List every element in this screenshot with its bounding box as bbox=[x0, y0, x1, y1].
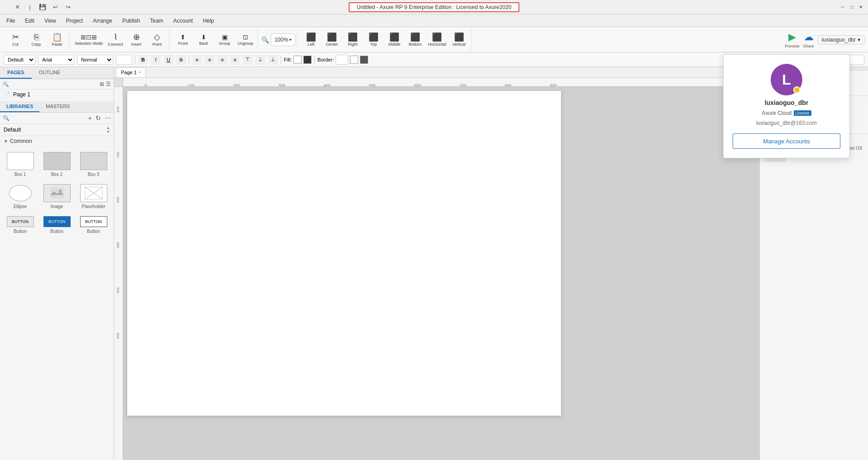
back-button[interactable]: ⬇ Back bbox=[194, 29, 214, 51]
account-button[interactable]: luxiaoguo_dbr ▾ bbox=[818, 35, 864, 44]
font-style-select[interactable]: Normal bbox=[77, 55, 113, 65]
widget-ellipse[interactable]: Ellipse bbox=[4, 182, 37, 211]
copy-button[interactable]: ⎘ Copy bbox=[26, 29, 46, 51]
fill-color-box[interactable] bbox=[293, 56, 302, 64]
share-button[interactable]: ☁ Share bbox=[803, 31, 814, 48]
font-size-input[interactable]: 13 bbox=[116, 55, 132, 65]
page-1-tab[interactable]: Page 1 × bbox=[116, 67, 146, 77]
align-text-left-button[interactable]: ≡ bbox=[192, 55, 202, 65]
widget-placeholder[interactable]: Placeholder bbox=[77, 182, 110, 211]
italic-button[interactable]: I bbox=[151, 55, 161, 65]
menu-help[interactable]: Help bbox=[198, 16, 219, 25]
widget-box2[interactable]: Box 2 bbox=[40, 150, 73, 179]
align-middle-button[interactable]: ⬛ Middle bbox=[384, 29, 404, 51]
maximize-button[interactable]: □ bbox=[848, 4, 855, 11]
bold-button[interactable]: B bbox=[138, 55, 148, 65]
vertical-ruler: 100 200 300 400 500 600 bbox=[114, 87, 123, 460]
point-button[interactable]: ◇ Point bbox=[147, 29, 167, 51]
group-label: Group bbox=[219, 41, 230, 46]
lib-arrows[interactable]: ▲ ▼ bbox=[106, 126, 110, 134]
connect-button[interactable]: ⌇ Connect bbox=[106, 29, 125, 51]
align-right-icon: ⬛ bbox=[348, 33, 358, 41]
align-top-button[interactable]: ⬛ Top bbox=[364, 29, 384, 51]
widget-btn-blue[interactable]: BUTTON Button bbox=[40, 214, 73, 236]
border-width-input[interactable]: 1 bbox=[336, 55, 348, 65]
menu-file[interactable]: File bbox=[2, 16, 19, 25]
align-left-button[interactable]: ⬛ Left bbox=[301, 29, 321, 51]
valign-middle-button[interactable]: ⊥ bbox=[255, 55, 265, 65]
underline-button[interactable]: U bbox=[163, 55, 173, 65]
insert-label: Insert bbox=[131, 42, 142, 47]
align-text-right-button[interactable]: ≡ bbox=[217, 55, 227, 65]
common-section-label[interactable]: ▼ Common bbox=[0, 136, 114, 147]
box2-preview bbox=[43, 152, 71, 170]
preview-button[interactable]: ▶ Preview bbox=[785, 31, 800, 48]
group-button[interactable]: ▣ Group bbox=[215, 29, 235, 51]
distribute-h-label: Horizontal bbox=[428, 42, 446, 47]
menu-view[interactable]: View bbox=[40, 16, 61, 25]
btn-gray-preview: BUTTON bbox=[7, 216, 34, 227]
widget-btn-outline[interactable]: BUTTON Button bbox=[77, 214, 110, 236]
front-button[interactable]: ⬆ Front bbox=[173, 29, 193, 51]
fill-color-box2[interactable] bbox=[303, 56, 312, 64]
redo-icon[interactable]: ↪ bbox=[63, 3, 72, 12]
page-view-icon[interactable]: ☰ bbox=[106, 81, 111, 87]
paste-button[interactable]: 📋 Paste bbox=[47, 29, 67, 51]
horizontal-ruler: 0 100 200 300 400 500 600 700 800 900 bbox=[123, 78, 759, 87]
menu-account[interactable]: Account bbox=[169, 16, 197, 25]
zoom-input[interactable]: 100% ▾ bbox=[271, 33, 295, 46]
save-icon[interactable]: 💾 bbox=[38, 3, 47, 12]
lib-toolbar: 🔍 + ↻ ⋯ bbox=[0, 113, 114, 124]
lib-more-icon[interactable]: ⋯ bbox=[105, 114, 111, 122]
border-color-box2[interactable] bbox=[360, 56, 368, 64]
canvas-page[interactable] bbox=[127, 90, 561, 416]
align-text-center-button[interactable]: ≡ bbox=[205, 55, 215, 65]
strikethrough-button[interactable]: S bbox=[176, 55, 186, 65]
lib-add-icon[interactable]: + bbox=[88, 114, 92, 122]
menu-publish[interactable]: Publish bbox=[118, 16, 144, 25]
tab-outline[interactable]: OUTLINE bbox=[32, 67, 68, 79]
ungroup-label: Ungroup bbox=[238, 41, 254, 46]
ungroup-button[interactable]: ⊡ Ungroup bbox=[235, 29, 255, 51]
valign-top-button[interactable]: ⊤ bbox=[243, 55, 253, 65]
align-text-justify-button[interactable]: ≡ bbox=[230, 55, 240, 65]
widget-box1[interactable]: Box 1 bbox=[4, 150, 37, 179]
menu-team[interactable]: Team bbox=[145, 16, 168, 25]
align-right-button[interactable]: ⬛ Right bbox=[343, 29, 363, 51]
manage-accounts-button[interactable]: Manage Accounts bbox=[733, 133, 840, 149]
menu-project[interactable]: Project bbox=[62, 16, 87, 25]
canvas-background[interactable] bbox=[123, 87, 759, 460]
widget-btn-gray[interactable]: BUTTON Button bbox=[4, 214, 37, 236]
page-1-close-icon[interactable]: × bbox=[139, 70, 141, 75]
insert-button[interactable]: ⊕ Insert bbox=[126, 29, 146, 51]
add-page-icon[interactable]: ⊞ bbox=[100, 81, 104, 87]
connect-icon: ⌇ bbox=[114, 33, 118, 41]
selection-group: ⊞⊡⊞ Selection Mode ⌇ Connect ⊕ Insert ◇ … bbox=[71, 29, 169, 51]
tab-libraries[interactable]: LIBRARIES bbox=[0, 101, 39, 112]
border-color-box[interactable] bbox=[350, 56, 358, 64]
tab-pages[interactable]: PAGES bbox=[0, 67, 32, 79]
tab-masters[interactable]: MASTERS bbox=[39, 101, 76, 112]
font-family-select[interactable]: Arial bbox=[38, 55, 74, 65]
distribute-v-button[interactable]: ⬛ Vertical bbox=[449, 29, 469, 51]
btn-gray-label: Button bbox=[14, 229, 27, 234]
minimize-button[interactable]: ─ bbox=[839, 4, 846, 11]
align-center-button[interactable]: ⬛ Center bbox=[322, 29, 342, 51]
menu-arrange[interactable]: Arrange bbox=[88, 16, 117, 25]
page-1-item[interactable]: 📄 Page 1 bbox=[0, 90, 114, 100]
close-icon[interactable]: ✕ bbox=[13, 3, 22, 12]
align-bottom-button[interactable]: ⬛ Bottom bbox=[405, 29, 425, 51]
paste-icon: 📋 bbox=[52, 33, 62, 41]
style-select[interactable]: Default bbox=[4, 55, 35, 65]
menu-edit[interactable]: Edit bbox=[20, 16, 39, 25]
lib-refresh-icon[interactable]: ↻ bbox=[96, 114, 101, 122]
selection-mode-button[interactable]: ⊞⊡⊞ Selection Mode bbox=[73, 29, 105, 51]
widget-box3[interactable]: Box 3 bbox=[77, 150, 110, 179]
valign-bottom-button[interactable]: ⊥ bbox=[268, 55, 278, 65]
cut-button[interactable]: ✂ Cut bbox=[5, 29, 25, 51]
close-window-button[interactable]: ✕ bbox=[857, 4, 864, 11]
widget-image[interactable]: Image bbox=[40, 182, 73, 211]
distribute-h-button[interactable]: ⬛ Horizontal bbox=[426, 29, 448, 51]
undo-icon[interactable]: ↩ bbox=[51, 3, 60, 12]
ruler-corner bbox=[114, 78, 123, 87]
